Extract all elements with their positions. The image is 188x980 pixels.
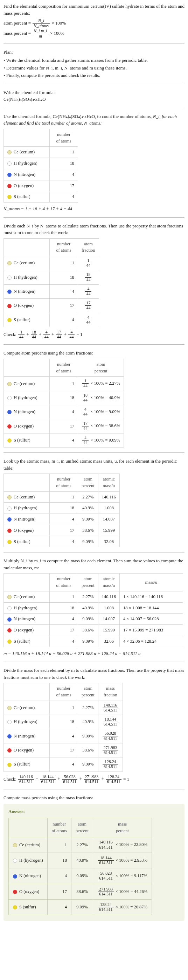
o-dot-icon <box>7 424 11 429</box>
mass-percent-cell: 128.24614.511 × 100% = 20.87% <box>93 899 152 915</box>
table-row: S (sulfur) 4 9.09% 32.06 4 × 32.06 = 128… <box>4 636 183 647</box>
o-dot-icon <box>7 528 11 533</box>
n-dot-icon <box>7 410 11 414</box>
mass-percent-cell: 271.983614.511 × 100% = 44.26% <box>93 884 152 899</box>
atomic-mass-cell: 15.999 <box>98 625 119 636</box>
num-atoms-cell: 17 <box>47 884 71 899</box>
problem-statement: Find the elemental composition for ammon… <box>3 3 185 16</box>
num-atoms-cell: 4 <box>50 614 78 625</box>
element-cell: S (sulfur) <box>4 191 50 202</box>
fraction: 56.028614.511 <box>61 775 78 784</box>
answer-body: Ce (cerium) 1 2.27% 140.116614.511 × 100… <box>9 837 152 915</box>
fraction: 1744 <box>82 421 89 431</box>
mass-fractions-table: numberof atoms atompercent massfraction … <box>3 683 123 772</box>
col-num-atoms: numberof atoms <box>50 359 78 377</box>
element-cell: O (oxygen) <box>4 743 50 757</box>
col-atom-pct: atompercent <box>78 474 98 492</box>
atom-fraction-cell: 1744 <box>78 299 99 313</box>
table-row: S (sulfur) 4 <box>4 191 78 202</box>
mass-u-cell: 1 × 140.116 = 140.116 <box>119 591 183 602</box>
col-atom-pct: atompercent <box>71 818 93 837</box>
col-num-atoms: numberof atoms <box>50 474 78 492</box>
fraction-numerator: N_i m_i <box>33 29 48 34</box>
element-cell: O (oxygen) <box>9 884 47 899</box>
table-row: N (nitrogen) 4 444 × 100% = 9.09% <box>4 405 124 419</box>
element-cell: O (oxygen) <box>4 625 50 636</box>
ce-dot-icon <box>7 706 11 710</box>
table-row: H (hydrogen) 18 40.9% 1.008 <box>4 503 120 514</box>
atom-percent-cell: 9.09% <box>78 636 98 647</box>
fraction: 444 <box>68 330 75 339</box>
mass-percents-section: Compute mass percents using the mass fra… <box>3 794 185 921</box>
n-dot-icon <box>7 517 11 522</box>
table-row: N (nitrogen) 4 9.09% 14.007 <box>4 514 120 525</box>
num-atoms-cell: 4 <box>47 869 71 884</box>
num-atoms-cell: 17 <box>50 419 78 433</box>
num-atoms-cell: 1 <box>50 591 78 602</box>
total-mass-line: m = 140.116 u + 18.144 u + 56.028 u + 27… <box>3 650 185 657</box>
element-cell: S (sulfur) <box>4 757 50 772</box>
col-atom-pct: atompercent <box>78 683 98 701</box>
num-atoms-cell: 1 <box>50 147 78 158</box>
table-row: H (hydrogen) 18 40.9% 18.144614.511 <box>4 715 123 729</box>
atomic-mass-cell: 140.116 <box>98 591 119 602</box>
write-formula-section: Write the chemical formula: Ce(NH₄)₄(SO₄… <box>3 89 185 103</box>
atom-percent-cell: 9.09% <box>71 899 93 915</box>
table-row: N (nitrogen) 4 9.09% 14.007 4 × 14.007 =… <box>4 614 183 625</box>
col-num-atoms: numberof atoms <box>47 818 71 837</box>
atomic-mass-cell: 32.06 <box>98 636 119 647</box>
element-cell: S (sulfur) <box>4 536 50 547</box>
element-cell: H (hydrogen) <box>4 391 50 405</box>
atom-percent-cell: 40.9% <box>71 853 93 868</box>
h-dot-icon <box>7 720 11 724</box>
atomic-mass-cell: 14.007 <box>98 514 119 525</box>
mass-fraction-cell: 140.116614.511 <box>98 701 123 714</box>
compute-mass-pct-intro: Compute mass percents using the mass fra… <box>3 794 185 801</box>
num-atoms-cell: 17 <box>50 180 78 191</box>
ce-dot-icon <box>7 261 11 266</box>
atom-percent-cell: 40.9% <box>78 503 98 514</box>
divider <box>3 43 185 44</box>
table-row: N (nitrogen) 4 444 <box>4 284 99 298</box>
table-row: H (hydrogen) 18 1844 <box>4 270 99 284</box>
element-cell: Ce (cerium) <box>4 591 50 602</box>
atom-percent-cell: 9.09% <box>78 757 98 772</box>
count-atoms-intro-a: Use the chemical formula, Ce(NH₄)₄(SO₄)₄… <box>3 114 153 119</box>
ce-dot-icon <box>13 843 17 847</box>
fraction: 271.983614.511 <box>102 746 119 755</box>
table-row: Ce (cerium) 1 <box>4 147 78 158</box>
check-fractions-expr: 144 + 1844 + 444 + 1744 + 444 <box>17 332 75 337</box>
table-row: S (sulfur) 4 9.09% 128.24614.511 × 100% … <box>9 899 152 915</box>
col-mass-u: mass/u <box>119 574 183 592</box>
mass-computation-body: Ce (cerium) 1 2.27% 140.116 1 × 140.116 … <box>4 591 183 647</box>
table-row: Ce (cerium) 1 2.27% 140.116 <box>4 492 120 503</box>
atomic-mass-cell: 1.008 <box>98 503 119 514</box>
fraction: 18.144614.511 <box>102 717 119 727</box>
fraction: 18.144614.511 <box>39 775 56 784</box>
count-atoms-section: Use the chemical formula, Ce(NH₄)₄(SO₄)₄… <box>3 113 185 212</box>
divider <box>3 108 185 108</box>
atomic-mass-cell: 140.116 <box>98 492 119 503</box>
ce-dot-icon <box>7 595 11 599</box>
num-atoms-cell: 18 <box>47 853 71 868</box>
fraction-numerator: N_i <box>33 19 50 24</box>
fraction: 1744 <box>84 301 92 310</box>
o-dot-icon <box>7 748 11 752</box>
fraction: 128.24614.511 <box>102 760 119 769</box>
num-atoms-cell: 18 <box>50 158 78 169</box>
col-mass-frac: massfraction <box>98 683 123 701</box>
mass-fractions-body: Ce (cerium) 1 2.27% 140.116614.511 H (hy… <box>4 701 123 772</box>
fraction: 140.116614.511 <box>17 775 35 784</box>
plan-item: Determine values for N_i, m_i, N_atoms a… <box>3 65 185 72</box>
atom-percent-lhs: atom percent = <box>3 21 31 25</box>
fraction: 140.116614.511 <box>102 703 119 713</box>
ce-dot-icon <box>7 495 11 500</box>
fraction: 444 <box>84 315 92 325</box>
s-dot-icon <box>7 763 11 767</box>
h-dot-icon <box>7 606 11 610</box>
plan-item: Finally, compute the percents and check … <box>3 72 185 79</box>
table-row: H (hydrogen) 18 1844 × 100% = 40.9% <box>4 391 124 405</box>
num-atoms-cell: 4 <box>50 536 78 547</box>
s-dot-icon <box>7 640 11 644</box>
n-dot-icon <box>7 617 11 622</box>
